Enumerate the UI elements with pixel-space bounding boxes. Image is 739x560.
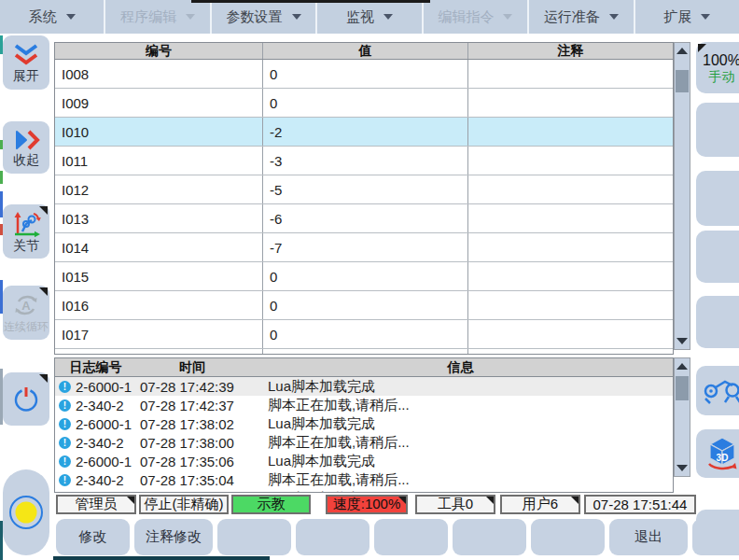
function-button-5[interactable] [374, 519, 448, 555]
speed-mode-button[interactable]: 100% 手动 [696, 42, 739, 93]
table-row-selected[interactable]: I010 -2 [55, 118, 673, 147]
log-time: 07-28 17:42:39 [136, 379, 262, 395]
status-datetime-cell: 07-28 17:51:44 [584, 495, 696, 514]
speed-value: 100% [703, 51, 739, 69]
background-fragment [53, 556, 270, 560]
right-function-button-2[interactable] [696, 103, 739, 157]
menu-item-run-prepare[interactable]: 运行准备 [529, 0, 634, 34]
menu-item-system[interactable]: 系统 [0, 0, 105, 34]
register-value: 0 [262, 89, 467, 117]
menu-item-extend[interactable]: 扩展 [635, 0, 739, 34]
corner-flag-icon [486, 497, 494, 504]
log-row[interactable]: !2-340-2 07-28 17:42:37 脚本正在加载,请稍后... [55, 396, 673, 414]
cube-3d-icon: 3D [704, 435, 739, 472]
log-row[interactable]: !2-340-2 07-28 17:35:04 脚本正在加载,请稍后... [55, 470, 673, 489]
exit-button[interactable]: 退出 [609, 519, 688, 555]
button-label: 退出 [634, 528, 662, 546]
info-icon: ! [59, 418, 71, 430]
function-button-3[interactable] [217, 519, 291, 555]
log-message: 脚本正在加载,请稍后... [262, 397, 673, 414]
table-row[interactable]: I011 -3 [55, 147, 673, 175]
function-button-7[interactable] [531, 519, 605, 555]
comment-modify-button[interactable]: 注释修改 [134, 519, 213, 555]
pendant-screen: 系统 程序编辑 参数设置 监视 编辑指令 运行准备 扩展 [0, 0, 739, 560]
log-message: Lua脚本加载完成 [262, 453, 673, 470]
expand-label: 展开 [13, 69, 39, 83]
modify-button[interactable]: 修改 [56, 519, 130, 555]
collapse-button[interactable]: 收起 [3, 121, 49, 174]
log-row[interactable]: !2-340-2 07-28 17:38:00 脚本正在加载,请稍后... [55, 433, 673, 452]
right-function-button-3[interactable] [696, 171, 739, 226]
right-function-button-8[interactable] [696, 510, 739, 555]
scrollbar-thumb[interactable] [676, 376, 689, 400]
power-button[interactable] [3, 372, 49, 426]
register-id: I013 [55, 204, 262, 232]
double-chevron-down-icon [11, 43, 41, 67]
register-id: I010 [55, 118, 262, 146]
joint-coordinate-button[interactable]: 关节 [3, 204, 49, 259]
log-scrollbar[interactable] [674, 357, 690, 477]
expand-button[interactable]: 展开 [3, 35, 49, 90]
table-row[interactable]: I008 0 [55, 60, 673, 89]
menu-item-monitor[interactable]: 监视 [317, 0, 423, 34]
table-row[interactable]: I013 -6 [55, 204, 673, 233]
table-row[interactable]: I014 -7 [55, 233, 673, 262]
log-row[interactable]: !2-6000-1 07-28 17:33:56 Lua脚本加载完成 [55, 489, 673, 493]
datetime-label: 07-28 17:51:44 [593, 497, 688, 512]
scroll-down-button[interactable] [675, 460, 690, 476]
scroll-up-button[interactable] [675, 358, 690, 374]
chevron-down-icon [186, 14, 195, 20]
right-function-button-4[interactable] [696, 231, 739, 283]
function-button-4[interactable] [296, 519, 370, 555]
log-code: 2-6000-1 [76, 491, 132, 494]
log-row[interactable]: !2-6000-1 07-28 17:35:06 Lua脚本加载完成 [55, 452, 673, 470]
status-run-state-cell: 停止(非精确) [139, 495, 229, 514]
scrollbar-thumb[interactable] [676, 70, 689, 92]
menu-item-program-edit: 程序编辑 [105, 0, 211, 34]
log-time: 07-28 17:35:06 [136, 454, 262, 469]
register-comment [467, 60, 673, 88]
menu-label: 系统 [29, 8, 57, 26]
loop-label: 连续循环 [4, 320, 49, 334]
table-row[interactable]: I018 0 [55, 349, 673, 355]
log-row[interactable]: !2-6000-1 07-28 17:38:02 Lua脚本加载完成 [55, 414, 673, 433]
table-row[interactable]: I016 0 [55, 291, 673, 320]
table-row[interactable]: I015 0 [55, 262, 673, 291]
tool-label: 工具0 [438, 496, 473, 513]
column-header-value: 值 [262, 43, 467, 59]
servo-indicator-button[interactable] [3, 469, 49, 555]
log-row[interactable]: !2-6000-1 07-28 17:42:39 Lua脚本加载完成 [55, 377, 673, 396]
table-row[interactable]: I012 -5 [55, 175, 673, 204]
menu-item-parameter-settings[interactable]: 参数设置 [212, 0, 317, 34]
button-label: 修改 [79, 528, 107, 546]
collapse-label: 收起 [13, 153, 39, 167]
status-speed-cell[interactable]: 速度:100% [326, 495, 408, 514]
register-id: I016 [55, 291, 262, 319]
register-id: I011 [55, 147, 262, 175]
scroll-down-button[interactable] [675, 333, 690, 349]
robot-arm-icon [702, 374, 739, 408]
right-function-button-5[interactable] [696, 296, 739, 348]
log-table-header: 日志编号 时间 信息 [55, 358, 673, 377]
register-table-scrollbar[interactable] [674, 42, 690, 350]
log-message: Lua脚本加载完成 [262, 378, 673, 396]
status-role-cell[interactable]: 管理员 [56, 495, 136, 514]
log-message: Lua脚本加载完成 [262, 415, 673, 433]
function-button-6[interactable] [453, 519, 526, 555]
status-user-cell[interactable]: 用户6 [500, 495, 580, 514]
continuous-loop-button: A 连续循环 [3, 286, 49, 340]
view-3d-button[interactable]: 3D [696, 429, 739, 478]
register-comment [467, 291, 673, 319]
register-comment [467, 89, 673, 117]
chevron-down-icon [609, 14, 619, 20]
table-row[interactable]: I009 0 [55, 89, 673, 118]
column-header-id: 编号 [55, 43, 262, 59]
scroll-up-button[interactable] [675, 43, 690, 59]
robot-arm-button[interactable] [696, 366, 739, 415]
register-value: -3 [262, 147, 467, 175]
info-icon: ! [59, 381, 71, 393]
register-value: -2 [262, 118, 467, 146]
register-id: I015 [55, 262, 262, 290]
table-row[interactable]: I017 0 [55, 320, 673, 349]
status-tool-cell[interactable]: 工具0 [415, 495, 495, 514]
